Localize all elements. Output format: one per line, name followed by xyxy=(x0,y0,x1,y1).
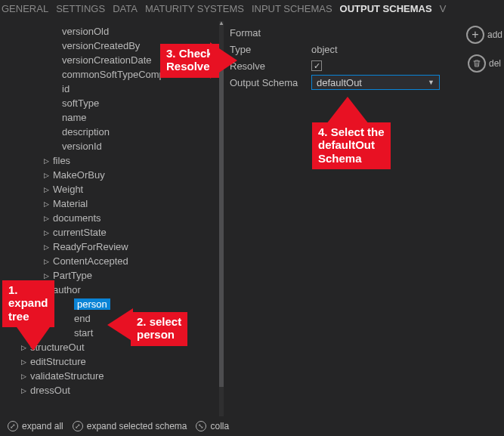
tree-node-label: author xyxy=(53,284,81,295)
tree-node-label: currentState xyxy=(53,227,107,238)
tree-node-label: versionCreationDate xyxy=(62,54,152,66)
tree-node-label: versionCreatedBy xyxy=(62,40,140,51)
expand-icon[interactable]: ▷ xyxy=(42,258,50,265)
tree-node-label: description xyxy=(62,126,110,138)
tree-node-label: person xyxy=(74,298,110,310)
tree-scrollbar[interactable]: ▲ xyxy=(219,21,224,416)
expand-all-icon: ⤢ xyxy=(8,421,18,431)
annotation-1-arrow xyxy=(15,325,51,351)
properties-panel: Format Type object Resolve ✓ Output Sche… xyxy=(224,21,462,416)
tree-node-label: id xyxy=(62,83,70,94)
right-toolbar: + add del xyxy=(465,26,504,73)
tree-node-label: files xyxy=(53,155,70,166)
tab-output-schemas[interactable]: OUTPUT SCHEMAS xyxy=(340,3,432,14)
tree-node[interactable]: ▷ReadyForReview xyxy=(6,240,219,254)
plus-icon: + xyxy=(466,26,484,44)
tree-node[interactable]: ▷dressOut xyxy=(6,383,219,397)
tree-node-label: versionOld xyxy=(62,26,109,37)
tree-node-label: editStructure xyxy=(30,356,86,367)
tree-node[interactable]: description xyxy=(6,125,219,139)
tree-node-label: Weight xyxy=(53,184,83,195)
property-type: Type object xyxy=(230,41,456,57)
tree-node-label: commonSoftTypeComp xyxy=(62,69,165,80)
tree-node[interactable]: ▷Weight xyxy=(6,182,219,196)
tree-node-label: ReadyForReview xyxy=(53,241,128,252)
expand-icon[interactable]: ▷ xyxy=(42,272,50,280)
output-schema-label: Output Schema xyxy=(230,77,305,88)
trash-icon xyxy=(468,54,486,73)
tree-node[interactable]: ▷MakeOrBuy xyxy=(6,168,219,182)
expand-all-label: expand all xyxy=(22,421,63,431)
expand-all-button[interactable]: ⤢ expand all xyxy=(8,421,63,431)
tree-node-label: documents xyxy=(53,212,101,224)
expand-icon[interactable]: ▷ xyxy=(42,186,50,193)
delete-button-label: del xyxy=(489,58,501,69)
annotation-4: 4. Select the defaultOut Schema xyxy=(312,122,391,169)
tree-node-label: MakeOrBuy xyxy=(53,169,105,181)
annotation-4-arrow xyxy=(326,97,369,124)
tree-node[interactable]: ▷ContentAccepted xyxy=(6,254,219,268)
tree-footer: ⤢ expand all ⤢ expand selected schema ⤡ … xyxy=(8,416,229,436)
tree-node-label: versionId xyxy=(62,141,102,152)
tree-node[interactable]: ▷validateStructure xyxy=(6,369,219,383)
type-label: Type xyxy=(230,44,305,55)
expand-icon[interactable]: ▷ xyxy=(20,373,27,380)
tree-node-label: softType xyxy=(62,97,99,109)
expand-icon[interactable]: ▷ xyxy=(42,215,50,222)
tree-node[interactable]: ▷editStructure xyxy=(6,354,219,369)
scroll-up-icon[interactable]: ▲ xyxy=(218,21,224,26)
expand-selected-button[interactable]: ⤢ expand selected schema xyxy=(73,421,187,431)
expand-icon[interactable]: ▷ xyxy=(42,243,50,251)
add-button[interactable]: + add xyxy=(466,26,502,44)
property-format: Format xyxy=(230,24,456,41)
property-output-schema: Output Schema defaultOut ▼ xyxy=(230,74,456,91)
tree-node[interactable]: versionOld xyxy=(6,24,219,39)
delete-button[interactable]: del xyxy=(468,54,501,73)
tab-input-schemas[interactable]: INPUT SCHEMAS xyxy=(252,3,332,14)
collapse-label: colla xyxy=(210,421,229,431)
expand-icon[interactable]: ▷ xyxy=(42,229,50,237)
tree-node-label: start xyxy=(74,327,93,339)
tree-node-label: dressOut xyxy=(30,385,70,396)
tree-node[interactable]: id xyxy=(6,82,219,96)
resolve-label: Resolve xyxy=(230,60,305,72)
resolve-checkbox[interactable]: ✓ xyxy=(311,60,322,71)
content-area: versionOldversionCreatedByversionCreatio… xyxy=(0,21,462,416)
tree-node[interactable]: ▷currentState xyxy=(6,225,219,240)
tab-bar: GENERAL SETTINGS DATA MATURITY SYSTEMS I… xyxy=(0,0,504,19)
chevron-down-icon: ▼ xyxy=(428,79,434,86)
tab-data[interactable]: DATA xyxy=(113,3,138,14)
collapse-icon: ⤡ xyxy=(196,421,206,431)
annotation-2: 2. select person xyxy=(131,312,187,346)
annotation-1: 1. expand tree xyxy=(2,280,54,327)
output-schema-value: defaultOut xyxy=(317,77,362,88)
tree-panel: versionOldversionCreatedByversionCreatio… xyxy=(0,21,224,416)
expand-selected-icon: ⤢ xyxy=(73,421,83,431)
tree-node-label: validateStructure xyxy=(30,370,104,382)
expand-selected-label: expand selected schema xyxy=(87,421,187,431)
expand-icon[interactable]: ▷ xyxy=(42,172,50,179)
tree-node[interactable]: versionId xyxy=(6,139,219,153)
expand-icon[interactable]: ▷ xyxy=(42,157,50,165)
output-schema-dropdown[interactable]: defaultOut ▼ xyxy=(311,75,440,90)
tree-node[interactable]: ▷Material xyxy=(6,196,219,211)
tab-settings[interactable]: SETTINGS xyxy=(56,3,105,14)
collapse-button[interactable]: ⤡ colla xyxy=(196,421,229,431)
add-button-label: add xyxy=(487,29,502,40)
scrollbar-thumb[interactable] xyxy=(219,54,224,387)
annotation-2-arrow xyxy=(107,308,133,342)
expand-icon[interactable]: ▷ xyxy=(42,200,50,208)
expand-icon[interactable]: ▷ xyxy=(20,358,27,366)
tab-overflow[interactable]: V xyxy=(440,3,447,14)
annotation-3-arrow xyxy=(210,42,237,79)
tree-node[interactable]: name xyxy=(6,110,219,125)
property-resolve: Resolve ✓ xyxy=(230,57,456,74)
tab-general[interactable]: GENERAL xyxy=(2,3,48,14)
tree-node[interactable]: ▷documents xyxy=(6,211,219,225)
tree-node-label: Material xyxy=(53,198,88,209)
tree-node[interactable]: ▷files xyxy=(6,153,219,168)
type-value: object xyxy=(311,44,338,55)
expand-icon[interactable]: ▷ xyxy=(20,387,27,394)
tree-node[interactable]: softType xyxy=(6,96,219,110)
tab-maturity-systems[interactable]: MATURITY SYSTEMS xyxy=(145,3,244,14)
